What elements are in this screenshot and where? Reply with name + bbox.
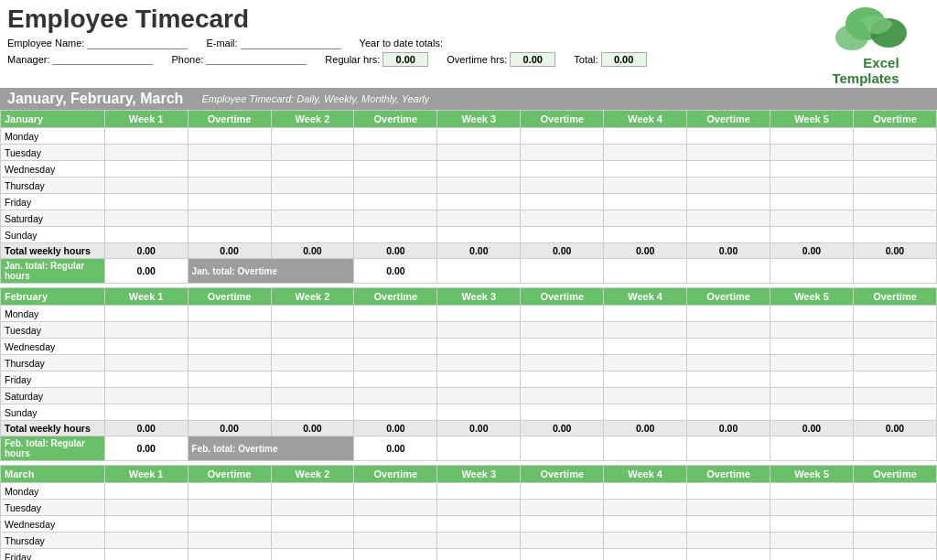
cell-monday-2[interactable] [188, 306, 271, 322]
cell-wednesday-5[interactable] [437, 161, 521, 178]
cell-saturday-1[interactable] [104, 388, 188, 404]
cell-tuesday-2[interactable] [188, 500, 271, 516]
cell-monday-8[interactable] [687, 306, 770, 322]
cell-monday-3[interactable] [271, 128, 354, 145]
cell-thursday-3[interactable] [271, 355, 354, 372]
cell-wednesday-7[interactable] [604, 516, 687, 533]
cell-wednesday-6[interactable] [521, 161, 604, 178]
cell-thursday-9[interactable] [770, 178, 854, 194]
cell-thursday-1[interactable] [104, 178, 188, 194]
cell-monday-3[interactable] [271, 306, 354, 322]
cell-monday-4[interactable] [354, 306, 437, 322]
cell-friday-7[interactable] [604, 194, 687, 210]
cell-saturday-6[interactable] [521, 210, 604, 227]
cell-thursday-6[interactable] [521, 355, 604, 372]
cell-thursday-6[interactable] [521, 178, 604, 194]
cell-sunday-2[interactable] [188, 227, 271, 243]
cell-wednesday-6[interactable] [521, 339, 604, 355]
cell-friday-5[interactable] [437, 372, 521, 388]
cell-wednesday-5[interactable] [437, 339, 521, 355]
cell-wednesday-1[interactable] [104, 516, 188, 533]
cell-wednesday-10[interactable] [853, 516, 936, 533]
cell-monday-10[interactable] [853, 306, 936, 322]
cell-saturday-3[interactable] [271, 388, 354, 404]
cell-friday-8[interactable] [687, 372, 770, 388]
cell-thursday-9[interactable] [770, 355, 854, 372]
cell-tuesday-7[interactable] [604, 145, 687, 161]
cell-friday-2[interactable] [188, 194, 271, 210]
cell-wednesday-4[interactable] [354, 516, 437, 533]
cell-sunday-10[interactable] [853, 404, 936, 421]
cell-monday-10[interactable] [853, 483, 936, 500]
cell-thursday-7[interactable] [604, 178, 687, 194]
cell-wednesday-2[interactable] [188, 339, 271, 355]
cell-friday-9[interactable] [770, 549, 854, 561]
cell-saturday-8[interactable] [687, 388, 770, 404]
cell-thursday-6[interactable] [521, 533, 604, 549]
email-input[interactable] [241, 38, 341, 49]
cell-monday-1[interactable] [104, 306, 188, 322]
cell-monday-5[interactable] [437, 483, 521, 500]
cell-friday-9[interactable] [770, 372, 854, 388]
cell-friday-6[interactable] [521, 372, 604, 388]
cell-saturday-4[interactable] [354, 388, 437, 404]
cell-wednesday-6[interactable] [521, 516, 604, 533]
cell-monday-2[interactable] [188, 128, 271, 145]
cell-monday-9[interactable] [770, 128, 854, 145]
cell-sunday-7[interactable] [604, 404, 687, 421]
cell-monday-6[interactable] [521, 483, 604, 500]
cell-thursday-5[interactable] [437, 178, 521, 194]
cell-thursday-4[interactable] [354, 355, 437, 372]
cell-monday-4[interactable] [354, 483, 437, 500]
cell-saturday-7[interactable] [604, 210, 687, 227]
cell-wednesday-5[interactable] [437, 516, 521, 533]
cell-saturday-5[interactable] [437, 210, 521, 227]
cell-sunday-8[interactable] [687, 404, 770, 421]
cell-sunday-8[interactable] [687, 227, 770, 243]
cell-saturday-9[interactable] [770, 210, 854, 227]
cell-friday-4[interactable] [354, 194, 437, 210]
cell-saturday-7[interactable] [604, 388, 687, 404]
cell-tuesday-5[interactable] [437, 322, 521, 339]
cell-thursday-10[interactable] [853, 355, 936, 372]
cell-tuesday-5[interactable] [437, 500, 521, 516]
cell-sunday-2[interactable] [188, 404, 271, 421]
cell-tuesday-2[interactable] [188, 322, 271, 339]
cell-tuesday-7[interactable] [604, 322, 687, 339]
cell-thursday-7[interactable] [604, 533, 687, 549]
cell-friday-7[interactable] [604, 549, 687, 561]
cell-wednesday-8[interactable] [687, 516, 770, 533]
cell-sunday-3[interactable] [271, 404, 354, 421]
cell-tuesday-10[interactable] [853, 500, 936, 516]
cell-saturday-10[interactable] [853, 210, 936, 227]
cell-tuesday-6[interactable] [521, 500, 604, 516]
cell-monday-7[interactable] [604, 483, 687, 500]
cell-friday-6[interactable] [521, 549, 604, 561]
cell-thursday-8[interactable] [687, 178, 770, 194]
cell-thursday-7[interactable] [604, 355, 687, 372]
cell-monday-7[interactable] [604, 128, 687, 145]
cell-wednesday-2[interactable] [188, 161, 271, 178]
cell-saturday-9[interactable] [770, 388, 854, 404]
cell-wednesday-3[interactable] [271, 339, 354, 355]
cell-sunday-9[interactable] [770, 227, 854, 243]
cell-wednesday-3[interactable] [271, 161, 354, 178]
phone-input[interactable] [206, 53, 307, 65]
cell-tuesday-8[interactable] [687, 322, 770, 339]
cell-sunday-4[interactable] [354, 227, 437, 243]
cell-tuesday-9[interactable] [770, 145, 854, 161]
cell-wednesday-8[interactable] [687, 161, 770, 178]
cell-wednesday-10[interactable] [853, 339, 936, 355]
cell-friday-4[interactable] [354, 549, 437, 561]
cell-monday-10[interactable] [853, 128, 936, 145]
cell-sunday-1[interactable] [104, 404, 188, 421]
cell-thursday-10[interactable] [853, 533, 936, 549]
cell-wednesday-9[interactable] [770, 339, 854, 355]
cell-thursday-1[interactable] [104, 533, 188, 549]
cell-tuesday-6[interactable] [521, 322, 604, 339]
cell-tuesday-1[interactable] [104, 500, 188, 516]
cell-friday-8[interactable] [687, 194, 770, 210]
cell-wednesday-10[interactable] [853, 161, 936, 178]
cell-sunday-6[interactable] [521, 404, 604, 421]
cell-tuesday-7[interactable] [604, 500, 687, 516]
